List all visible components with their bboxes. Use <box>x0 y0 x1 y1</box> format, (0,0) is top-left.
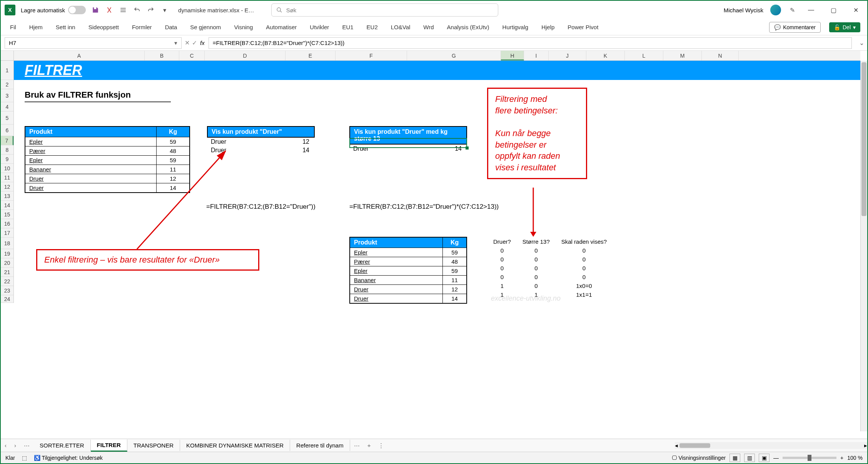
sheet-tab[interactable]: SORTER.ETTER <box>33 440 91 451</box>
tab-hjem[interactable]: Hjem <box>27 22 45 33</box>
table-row[interactable]: Druer14 <box>207 146 315 155</box>
sheet-nav-next[interactable]: › <box>10 442 20 449</box>
view-break-icon[interactable]: ▣ <box>759 454 770 462</box>
search-input[interactable] <box>285 7 493 14</box>
col-header[interactable]: K <box>586 51 625 60</box>
namebox-dropdown-icon[interactable]: ▾ <box>174 40 177 47</box>
indent-icon[interactable] <box>119 6 127 14</box>
fill-handle[interactable] <box>466 146 469 150</box>
autosave-toggle[interactable] <box>68 6 86 14</box>
tab-hurtigvalg[interactable]: Hurtigvalg <box>500 22 531 33</box>
col-header[interactable]: G <box>407 51 501 60</box>
tab-data[interactable]: Data <box>163 22 180 33</box>
sheet-tab-active[interactable]: FILTRER <box>91 439 127 452</box>
col-header[interactable]: E <box>285 51 336 60</box>
user-name[interactable]: Michael Wycisk <box>724 7 763 13</box>
zoom-slider[interactable] <box>783 457 836 459</box>
pen-icon[interactable]: ✎ <box>788 6 796 14</box>
close-button[interactable]: ✕ <box>848 4 863 16</box>
zoom-out-button[interactable]: — <box>773 455 779 461</box>
row-header[interactable]: 13 <box>1 191 13 201</box>
table-row[interactable]: Bananer11 <box>25 165 190 174</box>
tab-wrd[interactable]: Wrd <box>421 22 436 33</box>
table-row[interactable]: Epler59 <box>350 266 467 276</box>
row-header[interactable]: 9 <box>1 155 13 164</box>
sheet-nav-prev[interactable]: ‹ <box>1 442 10 449</box>
col-header[interactable]: N <box>702 51 739 60</box>
row-header[interactable]: 4 <box>1 102 13 111</box>
row-header[interactable]: 6 <box>1 125 13 136</box>
avatar[interactable] <box>770 5 781 15</box>
row-header[interactable]: 12 <box>1 182 13 191</box>
redo-icon[interactable] <box>147 6 155 14</box>
col-header[interactable]: I <box>524 51 549 60</box>
row-header[interactable]: 3 <box>1 89 13 102</box>
accept-formula-icon[interactable]: ✓ <box>192 39 197 47</box>
col-header[interactable]: J <box>549 51 586 60</box>
zoom-level[interactable]: 100 % <box>847 455 863 461</box>
table-row[interactable]: Epler59 <box>350 248 467 257</box>
tab-formler[interactable]: Formler <box>130 22 154 33</box>
comments-button[interactable]: 💬 Kommentarer <box>769 22 821 33</box>
tab-sideoppsett[interactable]: Sideoppsett <box>86 22 121 33</box>
row-header[interactable]: 2 <box>1 80 13 89</box>
vertical-scrollbar[interactable] <box>860 61 867 431</box>
tab-fil[interactable]: Fil <box>8 22 18 33</box>
row-header[interactable]: 7 <box>1 136 13 145</box>
row-header[interactable]: 8 <box>1 145 13 155</box>
fx-icon[interactable]: fx <box>200 40 205 46</box>
search-box[interactable] <box>271 3 498 17</box>
sheet-tab[interactable]: KOMBINER DYNAMISKE MATRISER <box>180 440 290 451</box>
row-header[interactable]: 11 <box>1 173 13 182</box>
row-header[interactable]: 5 <box>1 111 13 125</box>
col-header[interactable]: C <box>179 51 205 60</box>
display-settings[interactable]: 🖵 Visningsinnstillinger <box>672 455 726 461</box>
share-button[interactable]: 🔓 Del ▾ <box>829 22 860 32</box>
tab-visning[interactable]: Visning <box>232 22 255 33</box>
undo-icon[interactable] <box>133 6 141 14</box>
horizontal-scrollbar[interactable]: ◂▸ <box>675 442 867 449</box>
sheet-nav-more[interactable]: ⋯ <box>20 442 33 449</box>
tab-eu2[interactable]: EU2 <box>364 22 380 33</box>
minimize-button[interactable]: — <box>803 4 819 16</box>
sheet-tab[interactable]: Referere til dynam <box>290 440 350 451</box>
cut-icon[interactable] <box>105 6 114 14</box>
col-header[interactable]: D <box>205 51 285 60</box>
table-row[interactable]: Druer12 <box>207 138 315 146</box>
tab-hjelp[interactable]: Hjelp <box>539 22 557 33</box>
formula-expand-icon[interactable]: ⌄ <box>856 39 867 47</box>
maximize-button[interactable]: ▢ <box>826 4 841 16</box>
row-header[interactable]: 15 <box>1 210 13 219</box>
col-header[interactable]: F <box>336 51 407 60</box>
col-header[interactable]: L <box>625 51 663 60</box>
tab-utvikler[interactable]: Utvikler <box>307 22 331 33</box>
name-box[interactable]: H7 ▾ <box>5 37 182 49</box>
col-header[interactable]: A <box>14 51 145 60</box>
table-row[interactable]: Druer12 <box>350 285 467 294</box>
accessibility-status[interactable]: ♿ Tilgjengelighet: Undersøk <box>34 455 103 461</box>
zoom-in-button[interactable]: + <box>840 455 843 461</box>
row-header[interactable]: 1 <box>1 61 13 80</box>
row-header[interactable]: 14 <box>1 201 13 210</box>
sheet-tab[interactable]: TRANSPONER <box>127 440 180 451</box>
sheet-tab-scroll-icon[interactable]: ⋯ <box>350 442 364 449</box>
row-header[interactable]: 16 <box>1 219 13 228</box>
qat-dropdown-icon[interactable]: ▾ <box>160 6 169 14</box>
col-header[interactable]: M <box>663 51 702 60</box>
selected-cell[interactable] <box>349 138 467 148</box>
sheet-menu-icon[interactable]: ⋮ <box>374 442 388 449</box>
row-header[interactable]: 10 <box>1 164 13 173</box>
table-row[interactable]: Druer14 <box>350 294 467 304</box>
tab-eu1[interactable]: EU1 <box>340 22 356 33</box>
table-row[interactable]: Bananer11 <box>350 276 467 285</box>
row-header[interactable]: 18 <box>1 238 13 249</box>
row-header[interactable]: 22 <box>1 277 13 286</box>
table-row[interactable]: Druer12 <box>25 174 190 183</box>
row-header[interactable]: 19 <box>1 249 13 258</box>
row-header[interactable]: 23 <box>1 286 13 295</box>
table-row[interactable]: Pærer48 <box>25 146 190 156</box>
view-normal-icon[interactable]: ▦ <box>729 454 740 462</box>
macro-record-icon[interactable]: ⬚ <box>22 455 27 461</box>
col-header[interactable]: H <box>501 51 524 60</box>
col-header[interactable]: B <box>145 51 179 60</box>
